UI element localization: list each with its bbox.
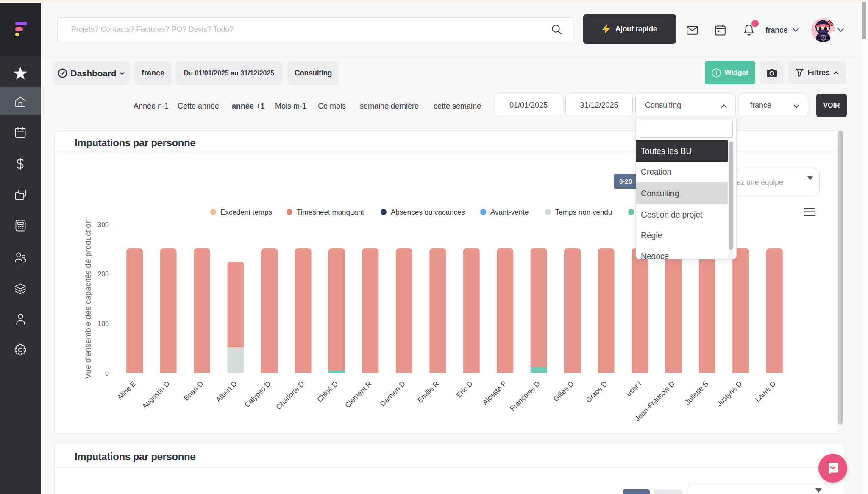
svg-text:0: 0 bbox=[105, 370, 109, 377]
svg-text:Vue d'ensemble des capacités d: Vue d'ensemble des capacités de producti… bbox=[83, 219, 92, 379]
svg-text:Damien D: Damien D bbox=[378, 380, 407, 408]
svg-text:Juliette S: Juliette S bbox=[683, 380, 710, 406]
svg-text:300: 300 bbox=[97, 221, 109, 229]
svg-text:Aline E: Aline E bbox=[116, 380, 138, 402]
svg-text:Gilles D: Gilles D bbox=[552, 380, 576, 403]
svg-text:Excedent temps: Excedent temps bbox=[220, 208, 272, 216]
svg-text:Calypso D: Calypso D bbox=[243, 380, 272, 409]
svg-text:Grace D: Grace D bbox=[584, 380, 609, 404]
svg-text:Chloé D: Chloé D bbox=[315, 380, 339, 404]
svg-text:Brian D: Brian D bbox=[182, 380, 205, 402]
svg-text:Timesheet manquant: Timesheet manquant bbox=[297, 208, 364, 216]
svg-text:Augustin D: Augustin D bbox=[141, 380, 171, 410]
svg-text:Laure D: Laure D bbox=[754, 380, 777, 403]
svg-text:Eric D: Eric D bbox=[455, 380, 474, 399]
svg-text:Charlotte D: Charlotte D bbox=[275, 380, 306, 411]
svg-text:100: 100 bbox=[97, 320, 109, 327]
svg-text:Clément R: Clément R bbox=[343, 380, 373, 409]
svg-text:200: 200 bbox=[97, 271, 109, 278]
svg-text:Emilie R: Emilie R bbox=[416, 380, 440, 404]
svg-text:Alceste F: Alceste F bbox=[481, 380, 508, 407]
svg-text:Albert D: Albert D bbox=[214, 380, 239, 404]
svg-text:Françoise D: Françoise D bbox=[509, 380, 542, 413]
svg-text:Justyne D: Justyne D bbox=[715, 380, 744, 408]
svg-text:Temps non vendu: Temps non vendu bbox=[555, 208, 612, 216]
svg-text:user i: user i bbox=[624, 380, 643, 398]
svg-text:Absences ou vacances: Absences ou vacances bbox=[391, 208, 465, 216]
svg-text:Avant-vente: Avant-vente bbox=[490, 208, 529, 216]
